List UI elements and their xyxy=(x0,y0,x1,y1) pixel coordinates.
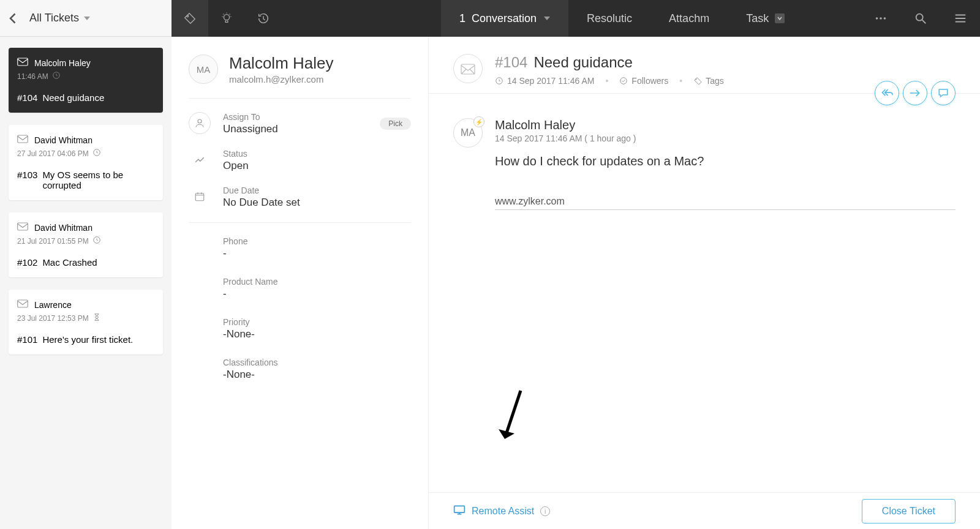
tab-attachment[interactable]: Attachm xyxy=(650,0,728,37)
ticket-id: #103 xyxy=(17,170,37,190)
class-label: Classifications xyxy=(223,358,411,367)
tab-label: Resolutic xyxy=(587,12,632,25)
tab-resolution[interactable]: Resolutic xyxy=(568,0,650,37)
ticket-card[interactable]: David Whitman 21 Jul 2017 01:55 PM #102 … xyxy=(9,212,163,277)
svg-point-5 xyxy=(916,14,922,21)
tags-link[interactable]: Tags xyxy=(693,76,724,86)
mail-icon xyxy=(17,58,28,69)
annotation-arrow xyxy=(496,388,527,445)
search-icon[interactable] xyxy=(900,0,940,37)
ticket-subject: Here's your first ticket. xyxy=(42,334,133,345)
pick-button[interactable]: Pick xyxy=(380,118,411,130)
ticket-list-title[interactable]: All Tickets xyxy=(29,12,79,24)
message-body: How do I check for updates on a Mac? xyxy=(495,154,956,168)
contact-name: Malcolm Haley xyxy=(229,54,334,73)
due-value[interactable]: No Due Date set xyxy=(223,197,300,209)
ticket-id: #102 xyxy=(17,257,37,268)
tag-icon[interactable] xyxy=(172,0,208,37)
status-label: Status xyxy=(223,149,249,159)
mail-icon xyxy=(17,222,28,233)
svg-rect-10 xyxy=(18,223,28,230)
ticket-subject: Mac Crashed xyxy=(42,257,97,268)
lightbulb-icon[interactable] xyxy=(208,0,245,37)
clock-icon xyxy=(92,236,101,246)
ticket-time: 23 Jul 2017 12:53 PM xyxy=(17,314,89,323)
followers-link[interactable]: Followers xyxy=(619,76,668,86)
svg-point-18 xyxy=(696,79,697,80)
separator-dot: • xyxy=(679,76,682,86)
detail-panel: MA Malcolm Haley malcolm.h@zylker.com As… xyxy=(172,37,429,529)
svg-rect-6 xyxy=(18,58,28,66)
message-author: Malcolm Haley xyxy=(495,118,956,132)
status-value[interactable]: Open xyxy=(223,160,249,172)
message-time: 14 Sep 2017 11:46 AM ( 1 hour ago ) xyxy=(495,133,956,143)
svg-point-17 xyxy=(620,78,627,84)
ticket-sender: David Whitman xyxy=(34,223,92,233)
phone-value: - xyxy=(223,247,411,260)
tab-task[interactable]: Task xyxy=(728,0,803,37)
ticket-subject: My OS seems to be corrupted xyxy=(42,170,154,190)
clock-icon xyxy=(52,71,61,81)
mail-icon xyxy=(453,54,483,83)
svg-rect-15 xyxy=(461,64,475,74)
ticket-time: 11:46 AM xyxy=(17,72,48,81)
hourglass-icon xyxy=(92,313,101,323)
chevron-down-icon[interactable] xyxy=(84,17,90,20)
mail-icon xyxy=(17,299,28,310)
ticket-number: #104 xyxy=(495,54,527,71)
phone-label: Phone xyxy=(223,236,411,246)
info-icon[interactable]: i xyxy=(540,506,550,516)
ticket-datetime: 14 Sep 2017 11:46 AM xyxy=(507,76,594,86)
back-button[interactable] xyxy=(7,12,20,24)
ticket-time: 27 Jul 2017 04:06 PM xyxy=(17,149,89,158)
svg-point-0 xyxy=(187,15,189,17)
product-label: Product Name xyxy=(223,277,411,287)
close-ticket-button[interactable]: Close Ticket xyxy=(862,499,956,523)
ticket-subject: Need guidance xyxy=(42,92,104,103)
ticket-card[interactable]: Malcolm Haley 11:46 AM #104 Need guidanc… xyxy=(9,48,163,113)
svg-rect-14 xyxy=(195,193,204,201)
ticket-sender: Lawrence xyxy=(34,300,72,310)
assign-label: Assign To xyxy=(223,112,278,122)
mail-icon xyxy=(17,135,28,146)
ticket-id: #101 xyxy=(17,334,37,345)
ticket-sender: David Whitman xyxy=(34,135,92,145)
separator-dot: • xyxy=(605,76,608,86)
chevron-down-icon[interactable] xyxy=(544,17,550,20)
ticket-list: Malcolm Haley 11:46 AM #104 Need guidanc… xyxy=(0,37,172,529)
tab-count: 1 xyxy=(459,12,466,25)
product-value: - xyxy=(223,288,411,300)
ticket-card[interactable]: Lawrence 23 Jul 2017 12:53 PM #101 Here'… xyxy=(9,290,163,355)
history-icon[interactable] xyxy=(245,0,282,37)
avatar: MA xyxy=(189,54,218,84)
ticket-card[interactable]: David Whitman 27 Jul 2017 04:06 PM #103 … xyxy=(9,125,163,200)
tab-conversation[interactable]: 1 Conversation xyxy=(441,0,568,37)
svg-point-4 xyxy=(883,17,886,20)
check-circle-icon xyxy=(619,77,628,85)
tab-label: Conversation xyxy=(472,12,537,25)
tab-label: Task xyxy=(746,12,769,25)
more-icon[interactable] xyxy=(861,0,900,37)
ticket-id: #104 xyxy=(17,92,37,103)
bolt-icon: ⚡ xyxy=(473,116,484,127)
svg-rect-19 xyxy=(454,506,465,512)
remote-assist-button[interactable]: Remote Assist i xyxy=(453,505,550,518)
svg-point-3 xyxy=(880,17,882,20)
class-value[interactable]: -None- xyxy=(223,369,411,381)
assign-value[interactable]: Unassigned xyxy=(223,123,278,135)
tab-label: Attachm xyxy=(669,12,709,25)
due-label: Due Date xyxy=(223,186,300,195)
message-link[interactable]: www.zylker.com xyxy=(495,196,956,207)
contact-email: malcolm.h@zylker.com xyxy=(229,74,334,84)
chevron-down-icon[interactable] xyxy=(775,13,785,23)
clock-icon xyxy=(92,148,101,159)
remote-assist-label: Remote Assist xyxy=(472,506,534,517)
monitor-icon xyxy=(453,505,466,518)
menu-icon[interactable] xyxy=(940,0,980,37)
user-icon xyxy=(189,112,211,134)
clock-icon xyxy=(495,77,503,85)
svg-point-13 xyxy=(198,119,202,123)
priority-label: Priority xyxy=(223,317,411,327)
svg-rect-8 xyxy=(18,135,28,143)
priority-value[interactable]: -None- xyxy=(223,328,411,340)
